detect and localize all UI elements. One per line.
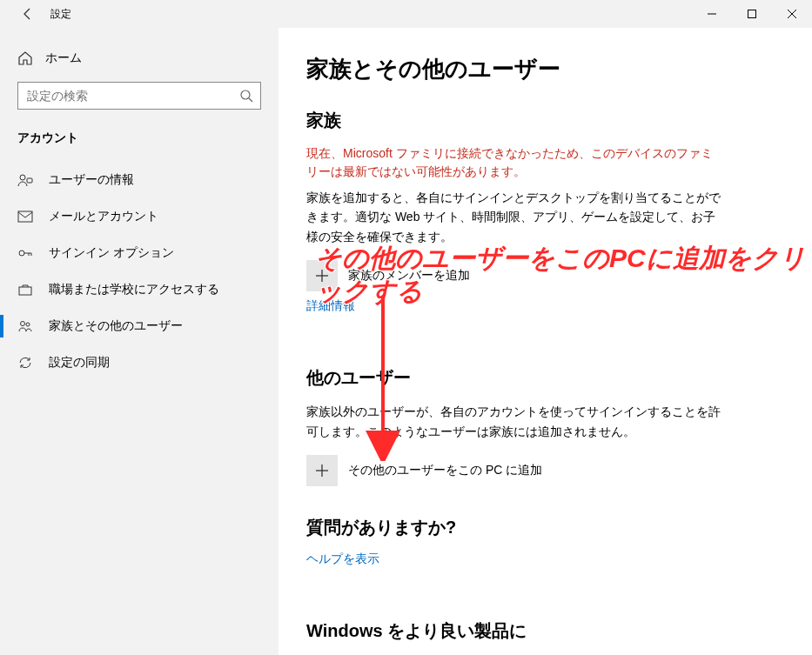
add-family-member-row[interactable]: 家族のメンバーを追加 xyxy=(306,260,784,291)
main-content: 家族とその他のユーザー 家族 現在、Microsoft ファミリに接続できなかっ… xyxy=(278,28,812,655)
sidebar-item-signin[interactable]: サインイン オプション xyxy=(0,235,278,271)
arrow-left-icon xyxy=(21,7,35,21)
sidebar-item-email[interactable]: メールとアカウント xyxy=(0,198,278,235)
people-icon xyxy=(17,318,33,334)
maximize-icon xyxy=(748,10,756,18)
svg-point-14 xyxy=(21,322,25,326)
svg-line-5 xyxy=(249,98,252,102)
svg-rect-1 xyxy=(748,10,756,18)
window-title: 設定 xyxy=(50,7,71,22)
sidebar-item-label: サインイン オプション xyxy=(49,245,174,261)
svg-point-6 xyxy=(20,175,25,180)
home-label: ホーム xyxy=(45,50,82,66)
sidebar-item-label: ユーザーの情報 xyxy=(49,172,134,188)
back-button[interactable] xyxy=(17,3,38,24)
feedback-heading: Windows をより良い製品に xyxy=(306,619,784,643)
add-other-label: その他のユーザーをこの PC に追加 xyxy=(348,463,542,478)
key-icon xyxy=(17,245,33,261)
user-icon xyxy=(17,172,33,188)
search-box[interactable] xyxy=(17,82,261,110)
help-heading: 質問がありますか? xyxy=(306,516,784,539)
home-nav[interactable]: ホーム xyxy=(0,43,278,73)
svg-rect-13 xyxy=(19,287,31,295)
svg-point-4 xyxy=(241,90,250,99)
sync-icon xyxy=(17,355,33,371)
sidebar-item-label: 家族とその他のユーザー xyxy=(49,318,183,334)
category-heading: アカウント xyxy=(0,125,278,162)
mail-icon xyxy=(17,209,33,224)
sidebar-item-user-info[interactable]: ユーザーの情報 xyxy=(0,162,278,198)
minimize-button[interactable] xyxy=(692,0,732,28)
plus-icon xyxy=(315,464,329,478)
family-description: 家族を追加すると、各自にサインインとデスクトップを割り当てることができます。適切… xyxy=(306,188,724,246)
sidebar-item-label: 設定の同期 xyxy=(49,355,110,371)
family-heading: 家族 xyxy=(306,109,784,132)
page-title: 家族とその他のユーザー xyxy=(306,54,784,84)
sidebar-item-family-users[interactable]: 家族とその他のユーザー xyxy=(0,308,278,344)
others-description: 家族以外のユーザーが、各自のアカウントを使ってサインインすることを許可します。こ… xyxy=(306,402,724,441)
others-heading: 他のユーザー xyxy=(306,366,784,390)
close-button[interactable] xyxy=(772,0,812,28)
sidebar-item-work-school[interactable]: 職場または学校にアクセスする xyxy=(0,271,278,308)
add-family-label: 家族のメンバーを追加 xyxy=(348,268,470,284)
maximize-button[interactable] xyxy=(732,0,772,28)
add-other-button[interactable] xyxy=(306,455,338,486)
svg-rect-8 xyxy=(18,211,32,222)
briefcase-icon xyxy=(17,282,33,297)
add-family-button[interactable] xyxy=(306,260,338,291)
family-warning-text: 現在、Microsoft ファミリに接続できなかったため、このデバイスのファミリ… xyxy=(306,144,724,181)
svg-point-15 xyxy=(26,323,30,326)
sidebar-item-sync[interactable]: 設定の同期 xyxy=(0,344,278,381)
svg-point-9 xyxy=(19,251,24,256)
sidebar-item-label: メールとアカウント xyxy=(49,209,158,224)
add-other-user-row[interactable]: その他のユーザーをこの PC に追加 xyxy=(306,455,784,486)
home-icon xyxy=(17,50,33,66)
sidebar-item-label: 職場または学校にアクセスする xyxy=(49,282,219,297)
sidebar: ホーム アカウント ユーザーの情報 メールとアカウント サインイン オプション xyxy=(0,28,278,655)
close-icon xyxy=(788,10,796,18)
title-bar: 設定 xyxy=(0,0,812,28)
plus-icon xyxy=(315,269,329,283)
minimize-icon xyxy=(708,10,716,18)
search-input[interactable] xyxy=(25,88,239,104)
family-details-link[interactable]: 詳細情報 xyxy=(306,298,355,314)
help-link[interactable]: ヘルプを表示 xyxy=(306,551,379,567)
svg-rect-7 xyxy=(27,178,32,183)
search-icon xyxy=(239,89,253,103)
